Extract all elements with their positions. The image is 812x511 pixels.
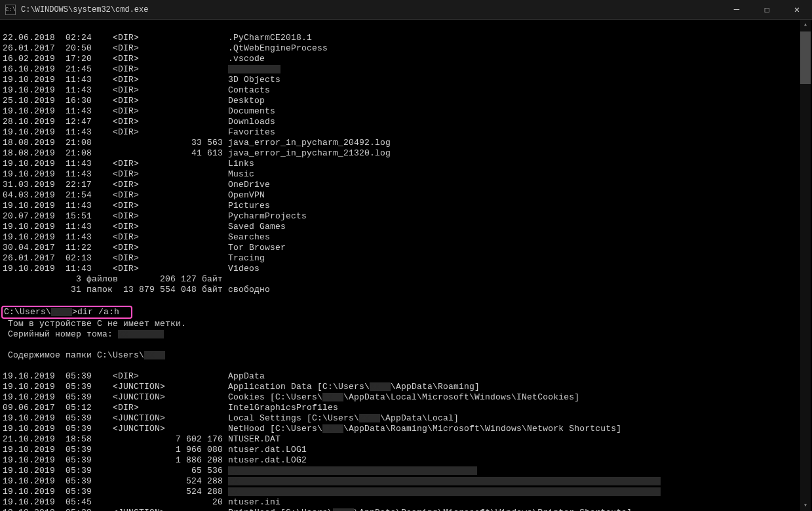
- file-row: 19.10.2019 11:43 <DIR> Favorites: [3, 127, 275, 137]
- close-button[interactable]: ✕: [782, 0, 812, 20]
- scroll-down-button[interactable]: ▾: [800, 501, 811, 511]
- file-row: 20.07.2019 15:51 <DIR> PycharmProjects: [3, 211, 307, 221]
- file-row: 22.06.2018 02:24 <DIR> .PyCharmCE2018.1: [3, 33, 312, 43]
- file-row: 25.10.2019 16:30 <DIR> Desktop: [3, 96, 265, 106]
- file-row: 19.10.2019 11:43 <DIR> Videos: [3, 264, 260, 274]
- file-row: 19.10.2019 11:43 <DIR> Contacts: [3, 85, 270, 95]
- file-row: 18.08.2019 21:08 41 613 java_error_in_py…: [3, 148, 391, 158]
- file-row: 19.10.2019 05:39 <JUNCTION> Application …: [3, 382, 480, 392]
- file-row: 19.10.2019 05:39 <JUNCTION> NetHood [C:\…: [3, 424, 621, 434]
- maximize-button[interactable]: ☐: [752, 0, 782, 20]
- file-row: 19.10.2019 11:43 <DIR> Links: [3, 159, 254, 169]
- file-row: 19.10.2019 11:43 <DIR> 3D Objects: [3, 75, 280, 85]
- file-row: 19.10.2019 05:39 524 288 XX: [3, 476, 661, 486]
- file-row: 19.10.2019 11:43 <DIR> Saved Games: [3, 222, 286, 232]
- file-row: 18.08.2019 21:08 33 563 java_error_in_py…: [3, 138, 391, 148]
- file-row: 19.10.2019 05:39 1 886 208 ntuser.dat.LO…: [3, 455, 307, 465]
- file-row: 19.10.2019 05:39 <DIR> AppData: [3, 371, 265, 381]
- titlebar: C:\ C:\WINDOWS\system32\cmd.exe ─ ☐ ✕: [0, 0, 812, 20]
- window-title: C:\WINDOWS\system32\cmd.exe: [21, 5, 148, 14]
- file-row: 19.10.2019 11:43 <DIR> Documents: [3, 106, 275, 116]
- file-row: 30.04.2017 11:22 <DIR> Tor Browser: [3, 243, 286, 253]
- terminal-output[interactable]: 22.06.2018 02:24 <DIR> .PyCharmCE2018.1 …: [0, 20, 812, 511]
- file-row: 19.10.2019 05:39 1 966 080 ntuser.dat.LO…: [3, 445, 307, 455]
- cmd-icon: C:\: [5, 5, 16, 15]
- file-row: 28.10.2019 12:47 <DIR> Downloads: [3, 117, 275, 127]
- file-row: 19.10.2019 05:39 <JUNCTION> Local Settin…: [3, 413, 459, 423]
- file-row: 09.06.2017 05:12 <DIR> IntelGraphicsProf…: [3, 403, 338, 413]
- file-row: 31.03.2019 22:17 <DIR> OneDrive: [3, 180, 270, 190]
- file-row: 16.02.2019 17:20 <DIR> .vscode: [3, 54, 265, 64]
- minimize-button[interactable]: ─: [722, 0, 752, 20]
- scroll-thumb[interactable]: [800, 31, 811, 84]
- file-row: 19.10.2019 11:43 <DIR> Pictures: [3, 201, 270, 211]
- file-row: 19.10.2019 05:39 <JUNCTION> Cookies [C:\…: [3, 392, 579, 402]
- file-row: 19.10.2019 05:39 <JUNCTION> PrintHood [C…: [3, 508, 632, 511]
- command-prompt: C:\Users\XX>dir /a:h: [1, 306, 132, 319]
- file-row: 19.10.2019 05:39 65 536 XX: [3, 466, 477, 476]
- file-row: 19.10.2019 11:43 <DIR> Searches: [3, 232, 270, 242]
- file-row: 26.01.2017 20:50 <DIR> .QtWebEngineProce…: [3, 43, 328, 53]
- scroll-up-button[interactable]: ▴: [800, 20, 811, 30]
- file-row: 21.10.2019 18:58 7 602 176 NTUSER.DAT: [3, 434, 280, 444]
- file-row: 19.10.2019 11:43 <DIR> Music: [3, 169, 254, 179]
- file-row: 04.03.2019 21:54 <DIR> OpenVPN: [3, 190, 265, 200]
- file-row: 19.10.2019 05:39 524 288 XX: [3, 487, 661, 497]
- file-row: 19.10.2019 05:45 20 ntuser.ini: [3, 497, 280, 507]
- file-row: 16.10.2019 21:45 <DIR> XX: [3, 64, 280, 74]
- file-row: 26.01.2017 02:13 <DIR> Tracing: [3, 253, 265, 263]
- scrollbar[interactable]: ▴ ▾: [800, 20, 811, 511]
